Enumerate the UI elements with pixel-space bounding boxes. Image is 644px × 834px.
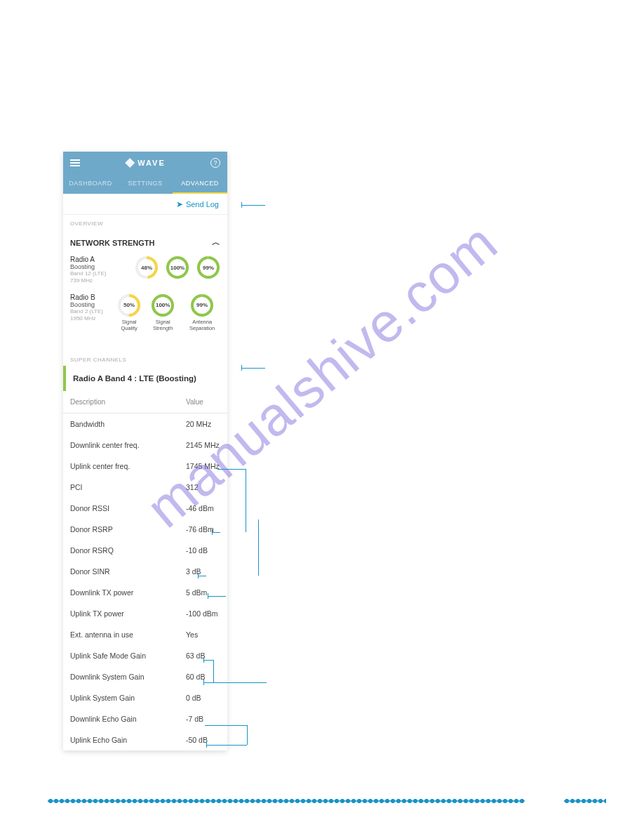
th-value: Value [186,398,220,406]
callout-line [247,725,248,745]
radio-b-name: Radio B [70,293,112,301]
row-desc: Bandwidth [70,420,186,428]
brand-logo-icon [125,158,135,168]
gauge-label-separation: Antenna Separation [184,319,220,331]
row-val: 0 dB [186,694,220,702]
row-desc: Uplink Echo Gain [70,736,186,744]
callout-line [217,469,246,470]
network-strength-card: NETWORK STRENGTH ︿ Radio A Boosting Band… [63,230,227,345]
row-desc: Downlink System Gain [70,673,186,681]
data-row: Downlink System Gain60 dB [63,666,227,687]
svg-point-5 [199,258,218,277]
tab-dashboard[interactable]: DASHBOARD [63,174,118,194]
tab-settings[interactable]: SETTINGS [118,174,173,194]
gauge-b-separation: 99% Antenna Separation [184,293,220,331]
data-row: Downlink center freq.2145 MHz [63,435,227,456]
radio-a-info: Radio A Boosting Band 12 (LTE) 739 MHz [70,256,112,285]
callout-line [203,660,213,661]
row-desc: Donor RSRP [70,525,186,534]
row-desc: Uplink TX power [70,609,186,618]
gauge-b-strength: 100% Signal Strength [149,293,177,331]
row-val: 312 [186,483,220,491]
tab-advanced[interactable]: ADVANCED [173,174,227,194]
gauge-b-quality: 50% Signal Quality [116,293,142,331]
row-desc: Donor RSRQ [70,546,186,555]
data-row: Donor RSRP-76 dBm [63,519,227,540]
gauge-label-strength: Signal Strength [149,319,177,331]
data-row: Uplink center freq.1745 MHz [63,456,227,477]
callout-line [206,742,207,748]
callout-line [205,725,247,726]
row-val: 1745 MHz [186,462,220,470]
radio-b-info: Radio B Boosting Band 2 (LTE) 1950 MHz [70,293,112,323]
callout-line [213,660,214,682]
callout-line [198,573,199,578]
table-header: Description Value [63,391,227,413]
radio-a-row: Radio A Boosting Band 12 (LTE) 739 MHz 4… [70,256,220,285]
callout-line [203,680,204,685]
tab-bar: DASHBOARD SETTINGS ADVANCED [63,174,227,194]
radio-a-freq: 739 MHz [70,277,112,284]
row-val: -100 dBm [186,609,220,618]
radio-b-gauges: 50% Signal Quality 100% Signal Strength … [116,293,220,331]
chevron-up-icon: ︿ [212,237,220,249]
row-desc: Downlink center freq. [70,441,186,449]
row-val: Yes [186,630,220,639]
network-strength-title: NETWORK STRENGTH [70,239,154,247]
send-log-button[interactable]: ➤ Send Log [63,194,227,215]
callout-line [246,469,246,532]
callout-line [212,529,213,535]
data-row: Uplink Safe Mode Gain63 dB [63,645,227,666]
radio-a-gauges: 48% 100% 99% [116,256,220,279]
data-row: Bandwidth20 MHz [63,413,227,435]
help-icon[interactable]: ? [210,158,220,168]
row-val: -10 dB [186,546,220,555]
svg-point-9 [153,296,173,315]
radio-b-row: Radio B Boosting Band 2 (LTE) 1950 MHz 5… [70,293,220,331]
top-bar: WAVE ? [63,152,227,174]
data-row: Uplink Echo Gain-50 dB [63,729,227,750]
callout-line [258,519,259,576]
row-desc: Donor RSSI [70,504,186,512]
row-desc: PCI [70,483,186,491]
callout-line [212,532,220,533]
row-desc: Donor SINR [70,567,186,576]
data-row: Donor SINR3 dB [63,561,227,582]
data-row: Uplink TX power-100 dBm [63,603,227,624]
row-desc: Uplink System Gain [70,694,186,702]
row-val: 20 MHz [186,420,220,428]
row-val: -7 dB [186,715,220,723]
diamond-border [48,799,525,803]
send-log-label: Send Log [186,200,219,208]
network-strength-header[interactable]: NETWORK STRENGTH ︿ [70,237,220,249]
row-desc: Uplink center freq. [70,462,186,470]
callout-line [203,682,267,683]
gauge-label-quality: Signal Quality [116,319,142,331]
data-row: Uplink System Gain0 dB [63,687,227,708]
send-icon: ➤ [176,199,183,209]
row-val: -46 dBm [186,504,220,512]
callout-line [203,657,204,663]
channel-header: Radio A Band 4 : LTE (Boosting) [63,366,227,391]
callout-line [198,576,206,576]
callout-line [206,745,247,746]
hamburger-icon[interactable] [70,159,80,166]
row-desc: Downlink TX power [70,588,186,597]
svg-point-11 [192,296,212,315]
data-row: Downlink Echo Gain-7 dB [63,708,227,729]
radio-b-freq: 1950 MHz [70,315,112,322]
radio-a-status: Boosting [70,263,112,270]
row-desc: Ext. antenna in use [70,630,186,639]
svg-point-3 [168,258,187,277]
callout-line [208,593,208,599]
callout-line [241,205,265,206]
callout-line [241,368,265,369]
brand-text: WAVE [137,159,166,167]
row-val: 2145 MHz [186,441,220,449]
row-val: -50 dB [186,736,220,744]
callout-line [208,596,226,597]
row-desc: Downlink Echo Gain [70,715,186,723]
data-row: Downlink TX power5 dBm [63,582,227,603]
data-row: PCI312 [63,477,227,498]
gauge-a-quality: 48% [135,256,159,279]
